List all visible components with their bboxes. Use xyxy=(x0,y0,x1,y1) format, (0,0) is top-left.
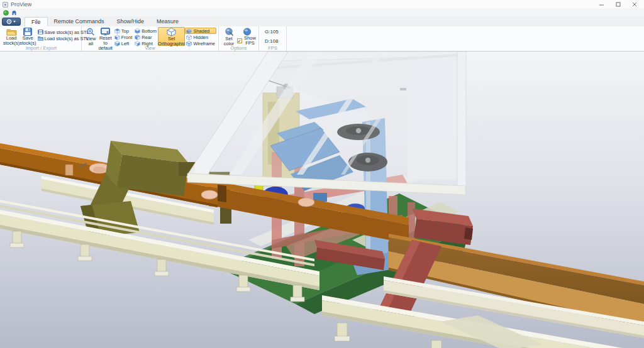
close-button[interactable] xyxy=(628,1,641,8)
cube-outline-icon xyxy=(167,28,176,36)
floppy-disk-small-icon xyxy=(38,30,43,35)
fps-g-value: G:105 xyxy=(265,29,279,35)
title-bar: ProView xyxy=(0,0,644,9)
quick-access-toolbar xyxy=(0,9,644,16)
group-label-view: View xyxy=(82,45,218,51)
cube-bottom-face-icon xyxy=(135,28,140,34)
window-title: ProView xyxy=(11,1,31,8)
app-icon xyxy=(3,2,8,8)
color-sphere-pen-icon xyxy=(225,28,234,36)
ribbon-empty-area xyxy=(287,26,644,51)
tab-measure[interactable]: Measure xyxy=(150,17,185,26)
shaded-cube-icon xyxy=(186,28,192,34)
group-import-export: Load stock(s) Save stock(s) Save stock(s… xyxy=(1,26,82,51)
tab-show-hide[interactable]: Show/Hide xyxy=(111,17,151,26)
view-top-button[interactable]: Top xyxy=(113,28,134,34)
group-fps: G:105 D:108 FPS xyxy=(259,26,287,51)
group-label-fps: FPS xyxy=(259,45,286,51)
application-menu-button[interactable] xyxy=(2,18,21,26)
ribbon: Load stock(s) Save stock(s) Save stock(s… xyxy=(0,26,644,52)
ribbon-tab-bar: File Remote Commands Show/Hide Measure xyxy=(0,16,644,26)
cube-front-face-icon xyxy=(114,35,120,40)
view-front-button[interactable]: Front xyxy=(113,34,134,40)
view-rear-button[interactable]: Rear xyxy=(133,34,158,40)
tab-file[interactable]: File xyxy=(25,17,48,26)
home-icon[interactable] xyxy=(11,10,17,16)
reset-to-default-button[interactable]: Reset to default xyxy=(98,27,113,46)
set-color-button[interactable]: Set color xyxy=(221,27,237,46)
save-stock-button[interactable]: Save stock(s) xyxy=(19,27,36,46)
tab-remote-commands[interactable]: Remote Commands xyxy=(48,17,111,26)
folder-small-icon xyxy=(38,36,43,41)
magnifier-icon xyxy=(86,28,95,36)
load-stock-button[interactable]: Load stock(s) xyxy=(3,27,19,46)
view-all-button[interactable]: View all xyxy=(84,27,98,46)
hidden-cube-icon xyxy=(186,35,192,40)
view-bottom-button[interactable]: Bottom xyxy=(133,28,158,34)
shaded-button[interactable]: Shaded xyxy=(185,28,216,34)
group-view: View all Reset to default Top Front Left xyxy=(82,26,219,51)
group-label-options: Options xyxy=(219,45,258,51)
cube-top-face-icon xyxy=(114,28,120,34)
viewport-3d-scene[interactable] xyxy=(0,52,644,348)
chevron-down-icon xyxy=(13,21,16,23)
fps-d-value: D:108 xyxy=(265,38,279,44)
group-options: Set color Show FPS Options xyxy=(219,26,259,51)
minimize-button[interactable] xyxy=(595,1,609,8)
set-orthographic-button[interactable]: Set Orthographic xyxy=(158,27,185,46)
status-dot-icon[interactable] xyxy=(3,10,9,16)
show-fps-button[interactable]: Show FPS xyxy=(237,27,257,46)
cube-rear-face-icon xyxy=(135,35,140,40)
maximize-button[interactable] xyxy=(611,1,625,8)
gear-icon xyxy=(6,19,12,24)
hidden-button[interactable]: Hidden xyxy=(185,34,216,40)
show-fps-checkbox[interactable] xyxy=(237,38,242,43)
viewport xyxy=(0,52,644,348)
group-label-import-export: Import / Export xyxy=(1,45,81,51)
